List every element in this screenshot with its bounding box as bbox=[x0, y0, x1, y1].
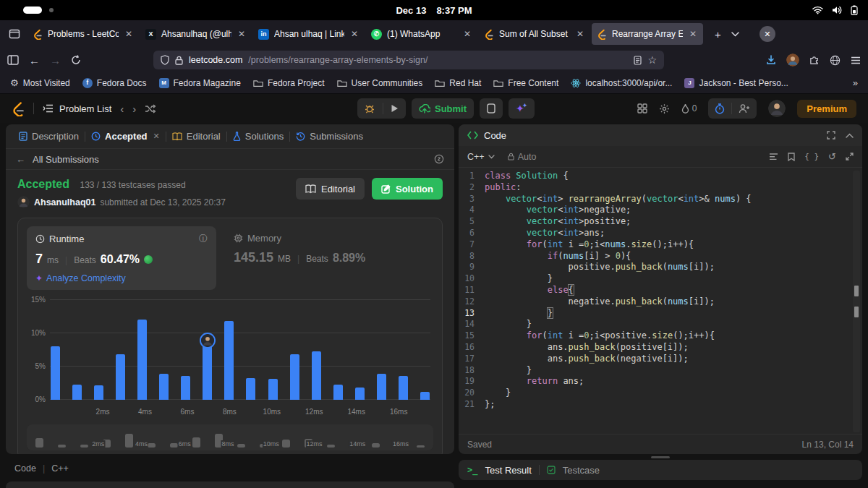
bookmark-item-3[interactable]: Fedora Project bbox=[253, 78, 325, 88]
tab-description[interactable]: Description bbox=[13, 131, 85, 142]
tab-accepted[interactable]: Accepted✕ bbox=[85, 131, 166, 142]
testcase-tab[interactable]: Testcase bbox=[563, 465, 600, 476]
runtime-bar-14ms[interactable] bbox=[355, 300, 365, 400]
firefox-view-icon[interactable] bbox=[9, 28, 20, 40]
notes-button[interactable] bbox=[480, 98, 503, 119]
submit-button[interactable]: Submit bbox=[412, 98, 474, 119]
code-line-20[interactable]: 20 } bbox=[459, 388, 862, 399]
code-line-6[interactable]: 6 vector<int>ans; bbox=[459, 228, 862, 239]
premium-button[interactable]: Premium bbox=[797, 100, 856, 118]
code-line-18[interactable]: 18 } bbox=[459, 365, 862, 377]
tab-editorial[interactable]: Editorial bbox=[166, 131, 226, 142]
menu-icon[interactable] bbox=[851, 56, 861, 64]
bookmark-item-4[interactable]: User Communities bbox=[337, 78, 423, 88]
tab-close-icon[interactable]: ✕ bbox=[575, 29, 585, 39]
memory-stat-block[interactable]: Memory 145.15 MB | Beats 8.89% bbox=[225, 226, 414, 290]
bookmark-icon[interactable] bbox=[788, 153, 795, 161]
list-tabs-button[interactable] bbox=[731, 32, 739, 37]
fullscreen-icon[interactable] bbox=[827, 131, 835, 140]
code-line-9[interactable]: 9 positive.push_back(nums[i]); bbox=[459, 262, 862, 273]
code-collapsed-bar[interactable]: Code | C++ bbox=[6, 459, 454, 478]
runtime-bar-4ms[interactable] bbox=[137, 300, 147, 400]
runtime-bar-13ms[interactable] bbox=[333, 300, 343, 400]
runtime-bar-16ms[interactable] bbox=[399, 300, 409, 400]
invite-button[interactable] bbox=[732, 103, 757, 114]
editor-scrollbar[interactable] bbox=[853, 171, 860, 432]
random-problem-icon[interactable] bbox=[145, 104, 156, 114]
back-button[interactable]: ← bbox=[29, 54, 40, 67]
prev-problem-button[interactable]: ‹ bbox=[120, 103, 124, 115]
battery-icon[interactable] bbox=[851, 5, 858, 15]
runtime-bar-8ms[interactable] bbox=[224, 300, 234, 400]
sidebar-toggle-icon[interactable] bbox=[7, 55, 19, 65]
tab-submissions[interactable]: Submissions bbox=[290, 131, 369, 142]
runtime-stat-block[interactable]: Runtime ⓘ 7 ms | Beats 60.47% bbox=[27, 226, 216, 290]
code-line-11[interactable]: 11 else{ bbox=[459, 285, 862, 296]
downloads-icon[interactable] bbox=[766, 55, 776, 65]
ai-assist-button[interactable]: ✦✦ bbox=[509, 98, 535, 119]
new-tab-button[interactable]: + bbox=[715, 28, 721, 40]
runtime-bar-15ms[interactable] bbox=[377, 300, 387, 400]
editorial-button[interactable]: Editorial bbox=[296, 178, 365, 200]
bookmark-item-0[interactable]: ⚙Most Visited bbox=[10, 78, 70, 88]
runtime-bar-10ms[interactable] bbox=[268, 300, 278, 400]
forward-button[interactable]: → bbox=[50, 54, 61, 67]
runtime-bar-9ms[interactable] bbox=[246, 300, 256, 400]
extension-icon[interactable] bbox=[809, 55, 820, 65]
code-line-19[interactable]: 19 return ans; bbox=[459, 376, 862, 388]
code-line-10[interactable]: 10 } bbox=[459, 273, 862, 285]
collapse-panel-icon[interactable] bbox=[846, 131, 854, 140]
runtime-bar-6ms[interactable] bbox=[181, 300, 191, 400]
user-avatar[interactable] bbox=[768, 100, 786, 117]
url-bar[interactable]: leetcode.com/problems/rearrange-array-el… bbox=[153, 51, 664, 69]
runtime-bar-5ms[interactable] bbox=[159, 300, 169, 400]
workspace-dot[interactable] bbox=[49, 8, 54, 12]
system-clock[interactable]: Dec 13 8:37 PM bbox=[396, 5, 472, 16]
firefox-account-avatar[interactable] bbox=[786, 53, 799, 67]
bookmark-item-8[interactable]: JJackson - Best Perso... bbox=[684, 78, 788, 88]
tab-close-icon[interactable]: ✕ bbox=[124, 29, 134, 39]
maximize-editor-icon[interactable] bbox=[846, 153, 854, 160]
browser-tab-0[interactable]: Problems - LeetCode✕ bbox=[27, 23, 139, 45]
auto-mode-toggle[interactable]: Auto bbox=[508, 152, 537, 162]
settings-gear-icon[interactable] bbox=[659, 103, 670, 114]
runtime-bar-2ms[interactable] bbox=[93, 300, 103, 400]
runtime-bar-12ms[interactable] bbox=[311, 300, 321, 400]
wifi-icon[interactable] bbox=[812, 6, 823, 14]
problem-list-button[interactable]: Problem List bbox=[43, 103, 111, 114]
bookmark-item-5[interactable]: Red Hat bbox=[435, 78, 481, 88]
code-line-12[interactable]: 12 negative.push_back(nums[i]); bbox=[459, 296, 862, 308]
code-line-15[interactable]: 15 for(int i =0;i<positive.size();i++){ bbox=[459, 330, 862, 342]
all-submissions-label[interactable]: All Submissions bbox=[33, 154, 99, 165]
lock-icon[interactable] bbox=[175, 56, 183, 65]
timer-button[interactable] bbox=[708, 103, 731, 114]
code-line-13[interactable]: 13 } bbox=[459, 308, 862, 320]
code-line-17[interactable]: 17 ans.push_back(negative[i]); bbox=[459, 354, 862, 365]
volume-icon[interactable] bbox=[832, 6, 842, 14]
runtime-bar-1ms[interactable] bbox=[72, 300, 82, 400]
browser-tab-5[interactable]: Rearrange Array Ele✕ bbox=[592, 23, 703, 45]
tab-close-icon[interactable]: ✕ bbox=[688, 29, 698, 39]
tab-close-icon[interactable]: ✕ bbox=[349, 29, 359, 39]
code-line-1[interactable]: 1class Solution { bbox=[459, 171, 862, 182]
browser-tab-2[interactable]: inAhsan ulhaq | Linke✕ bbox=[253, 23, 365, 45]
window-close-button[interactable]: ✕ bbox=[760, 26, 775, 42]
layout-grid-icon[interactable] bbox=[637, 103, 647, 114]
panel-resize-handle[interactable] bbox=[459, 454, 862, 460]
runtime-bar-17ms[interactable] bbox=[420, 300, 430, 400]
runtime-distribution-chart[interactable]: 0%5%10%15% 2ms4ms6ms8ms10ms12ms14ms16ms bbox=[27, 294, 433, 416]
bookmark-item-2[interactable]: MFedora Magazine bbox=[159, 78, 241, 88]
code-line-2[interactable]: 2public: bbox=[459, 182, 862, 194]
bookmark-item-6[interactable]: Free Content bbox=[493, 78, 558, 88]
code-line-21[interactable]: 21}; bbox=[459, 399, 862, 411]
tab-close-icon[interactable]: ✕ bbox=[237, 29, 247, 39]
runtime-bar-3ms[interactable] bbox=[115, 300, 125, 400]
workspace-pill[interactable] bbox=[23, 7, 42, 14]
browser-tab-3[interactable]: ✆(1) WhatsApp✕ bbox=[366, 23, 477, 45]
tab-solutions[interactable]: Solutions bbox=[227, 131, 289, 142]
code-line-5[interactable]: 5 vector<int>positive; bbox=[459, 216, 862, 228]
reload-button[interactable] bbox=[71, 55, 81, 65]
test-result-tab[interactable]: Test Result bbox=[485, 465, 531, 476]
code-line-3[interactable]: 3 vector<int> rearrangeArray(vector<int>… bbox=[459, 194, 862, 205]
solution-button[interactable]: Solution bbox=[372, 178, 443, 200]
